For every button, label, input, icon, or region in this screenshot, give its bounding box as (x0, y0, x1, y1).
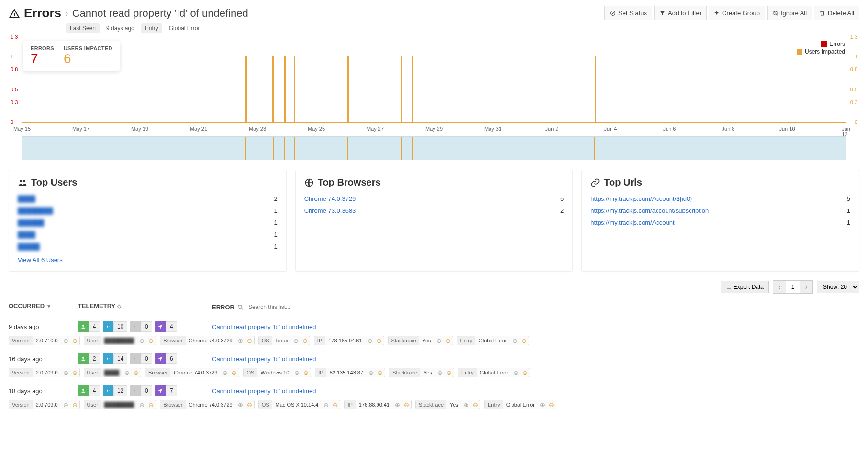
add-filter-icon[interactable]: ⊕ (291, 337, 300, 344)
delete-all-button[interactable]: Delete All (814, 6, 859, 20)
add-filter-icon[interactable]: ⊕ (122, 369, 132, 376)
remove-filter-icon[interactable]: ⊖ (245, 337, 254, 344)
add-filter-icon[interactable]: ⊕ (292, 369, 301, 376)
list-item[interactable]: ████1 (18, 229, 278, 241)
remove-filter-icon[interactable]: ⊖ (70, 369, 79, 376)
prev-page-button[interactable]: ‹ (773, 281, 786, 293)
user-icon (78, 385, 89, 396)
list-controls: Export Data ‹ › Show: 20 (9, 280, 859, 294)
list-item[interactable]: ██████1 (18, 217, 278, 229)
remove-filter-icon[interactable]: ⊖ (70, 337, 79, 344)
remove-filter-icon[interactable]: ⊖ (445, 369, 454, 376)
x-tick: May 31 (484, 126, 501, 132)
error-message-link[interactable]: Cannot read property 'Id' of undefined (212, 323, 316, 330)
list-item[interactable]: █████1 (18, 241, 278, 253)
list-item[interactable]: Chrome 74.0.37295 (304, 193, 564, 205)
error-column-header[interactable]: ERROR (212, 304, 234, 311)
add-filter-icon[interactable]: ⊕ (512, 369, 521, 376)
search-input[interactable] (246, 302, 313, 312)
error-row[interactable]: 18 days ago 4 12 0 7 Cannot read propert… (9, 380, 859, 412)
add-filter-icon[interactable]: ⊕ (61, 337, 70, 344)
telemetry-nav-badge[interactable]: 4 (155, 321, 177, 332)
remove-filter-icon[interactable]: ⊖ (375, 337, 384, 344)
occurred-column-header[interactable]: OCCURRED ▼ (9, 302, 78, 312)
telemetry-nav-badge[interactable]: 7 (155, 385, 177, 396)
add-filter-icon[interactable]: ⊕ (137, 337, 146, 344)
telemetry-network-badge[interactable]: 14 (103, 353, 127, 364)
remove-filter-icon[interactable]: ⊖ (471, 401, 480, 408)
add-filter-icon[interactable]: ⊕ (61, 401, 70, 408)
remove-filter-icon[interactable]: ⊖ (301, 369, 311, 376)
remove-filter-icon[interactable]: ⊖ (132, 369, 141, 376)
show-count-select[interactable]: Show: 20 (817, 281, 859, 293)
add-filter-icon[interactable]: ⊕ (462, 401, 471, 408)
telemetry-console-badge[interactable]: 0 (130, 385, 152, 396)
list-item[interactable]: https://my.trackjs.com/Account1 (590, 217, 850, 229)
remove-filter-icon[interactable]: ⊖ (520, 337, 529, 344)
add-filter-icon[interactable]: ⊕ (61, 369, 70, 376)
remove-filter-icon[interactable]: ⊖ (70, 401, 79, 408)
export-data-button[interactable]: Export Data (721, 281, 769, 293)
telemetry-network-badge[interactable]: 12 (103, 385, 127, 396)
add-filter-icon[interactable]: ⊕ (538, 401, 547, 408)
telemetry-console-badge[interactable]: 0 (130, 321, 152, 332)
svg-point-3 (23, 180, 25, 182)
ignore-all-button[interactable]: Ignore All (767, 6, 812, 20)
error-message-link[interactable]: Cannot read property 'Id' of undefined (212, 387, 316, 395)
error-row[interactable]: 16 days ago 2 14 0 6 Cannot read propert… (9, 348, 859, 380)
add-filter-icon[interactable]: ⊕ (393, 401, 402, 408)
svg-point-7 (82, 325, 84, 327)
telemetry-user-badge[interactable]: 4 (78, 385, 100, 396)
view-all-users-link[interactable]: View All 6 Users (18, 256, 63, 264)
main-chart[interactable]: 00.30.50.811.3 00.30.50.811.3 (22, 37, 846, 123)
telemetry-network-badge[interactable]: 10 (103, 321, 127, 332)
remove-filter-icon[interactable]: ⊖ (300, 337, 310, 344)
errors-stat-label: ERRORS (31, 45, 54, 51)
chart-bar (284, 56, 286, 122)
telemetry-console-badge[interactable]: 0 (130, 353, 152, 364)
create-group-button[interactable]: ✦Create Group (709, 6, 765, 20)
list-item[interactable]: Chrome 73.0.36832 (304, 205, 564, 217)
filter-tag: Version 2.0.709.0 ⊕ ⊖ (9, 368, 80, 377)
add-filter-icon[interactable]: ⊕ (322, 401, 331, 408)
users-stat-label: USERS IMPACTED (64, 45, 112, 51)
tag-value: 176.88.90.41 (356, 400, 393, 409)
remove-filter-icon[interactable]: ⊖ (331, 401, 340, 408)
list-item[interactable]: ████████1 (18, 205, 278, 217)
set-status-button[interactable]: Set Status (604, 6, 652, 20)
add-filter-icon[interactable]: ⊕ (137, 401, 146, 408)
next-page-button[interactable]: › (800, 281, 812, 293)
add-filter-icon[interactable]: ⊕ (221, 369, 230, 376)
list-item[interactable]: https://my.trackjs.com/account/subscript… (590, 205, 850, 217)
add-to-filter-button[interactable]: Add to Filter (654, 6, 707, 20)
remove-filter-icon[interactable]: ⊖ (146, 337, 156, 344)
error-row[interactable]: 9 days ago 4 10 0 4 Cannot read property… (9, 316, 859, 348)
remove-filter-icon[interactable]: ⊖ (547, 401, 556, 408)
remove-filter-icon[interactable]: ⊖ (444, 337, 453, 344)
remove-filter-icon[interactable]: ⊖ (146, 401, 156, 408)
add-filter-icon[interactable]: ⊕ (435, 369, 445, 376)
telemetry-user-badge[interactable]: 2 (78, 353, 100, 364)
chart-minimap[interactable] (22, 136, 846, 160)
remove-filter-icon[interactable]: ⊖ (230, 369, 239, 376)
add-filter-icon[interactable]: ⊕ (434, 337, 444, 344)
item-count: 1 (847, 219, 850, 226)
telemetry-nav-badge[interactable]: 6 (155, 353, 177, 364)
telemetry-user-badge[interactable]: 4 (78, 321, 100, 332)
telemetry-column-header[interactable]: TELEMETRY ◇ (78, 302, 212, 312)
minimap-bar (347, 137, 348, 160)
remove-filter-icon[interactable]: ⊖ (521, 369, 530, 376)
add-filter-icon[interactable]: ⊕ (236, 337, 245, 344)
add-filter-icon[interactable]: ⊕ (236, 401, 245, 408)
remove-filter-icon[interactable]: ⊖ (376, 369, 385, 376)
remove-filter-icon[interactable]: ⊖ (402, 401, 411, 408)
list-item[interactable]: https://my.trackjs.com/Account/${id0}5 (590, 193, 850, 205)
page-number-input[interactable] (786, 281, 800, 293)
add-filter-icon[interactable]: ⊕ (511, 337, 520, 344)
list-item[interactable]: ████2 (18, 193, 278, 205)
top-users-title: Top Users (31, 177, 77, 188)
add-filter-icon[interactable]: ⊕ (367, 369, 376, 376)
add-filter-icon[interactable]: ⊕ (366, 337, 375, 344)
remove-filter-icon[interactable]: ⊖ (245, 401, 254, 408)
error-message-link[interactable]: Cannot read property 'Id' of undefined (212, 355, 316, 363)
